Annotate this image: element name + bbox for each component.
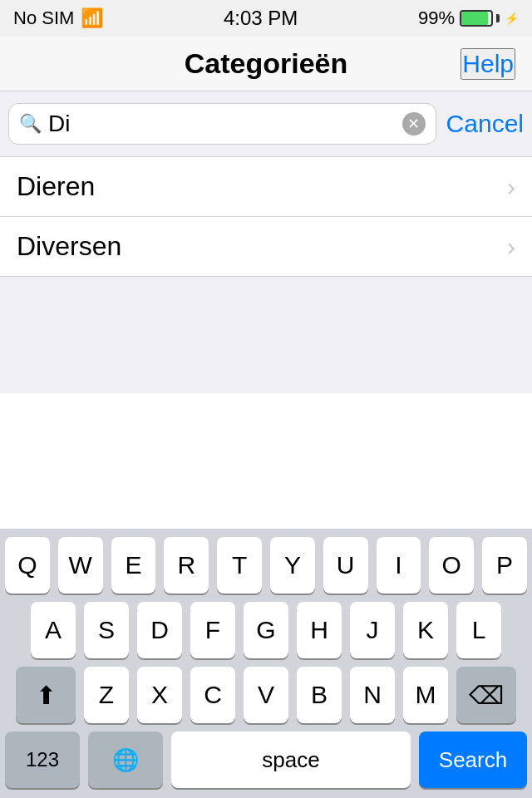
key-y[interactable]: Y: [270, 537, 315, 594]
list-item[interactable]: Dieren ›: [0, 157, 532, 217]
list-item[interactable]: Diversen ›: [0, 217, 532, 277]
space-key[interactable]: space: [171, 732, 411, 788]
key-w[interactable]: W: [58, 537, 103, 594]
delete-key[interactable]: ⌫: [456, 667, 516, 723]
key-j[interactable]: J: [350, 602, 395, 658]
key-p[interactable]: P: [482, 537, 527, 594]
clear-button[interactable]: ✕: [402, 112, 426, 135]
nav-bar: Categorieën Help: [0, 37, 532, 91]
battery-icon: [460, 10, 500, 27]
key-x[interactable]: X: [137, 667, 182, 723]
cancel-button[interactable]: Cancel: [446, 110, 524, 138]
key-n[interactable]: N: [350, 667, 395, 723]
results-list: Dieren › Diversen ›: [0, 157, 532, 277]
keyboard-row-3: ⬆ Z X C V B N M ⌫: [0, 658, 532, 723]
shift-key[interactable]: ⬆: [16, 667, 76, 723]
lightning-icon: ⚡: [505, 12, 519, 25]
list-item-label: Dieren: [17, 171, 95, 202]
keyboard-row-1: Q W E R T Y U I O P: [0, 529, 532, 594]
key-h[interactable]: H: [297, 602, 342, 658]
wifi-icon: 📶: [81, 7, 103, 29]
search-input[interactable]: [48, 111, 396, 137]
key-c[interactable]: C: [190, 667, 235, 723]
numbers-key[interactable]: 123: [5, 732, 80, 788]
key-l[interactable]: L: [456, 602, 501, 658]
key-r[interactable]: R: [164, 537, 209, 594]
search-input-wrapper: 🔍 ✕: [8, 103, 436, 145]
key-q[interactable]: Q: [5, 537, 50, 594]
search-bar-container: 🔍 ✕ Cancel: [0, 91, 532, 157]
key-e[interactable]: E: [111, 537, 156, 594]
carrier-text: No SIM: [13, 7, 74, 29]
key-z[interactable]: Z: [84, 667, 129, 723]
status-left: No SIM 📶: [13, 7, 103, 29]
status-right: 99% ⚡: [418, 7, 519, 29]
key-f[interactable]: F: [190, 602, 235, 658]
list-item-label: Diversen: [17, 231, 121, 262]
key-o[interactable]: O: [429, 537, 474, 594]
key-v[interactable]: V: [244, 667, 288, 723]
key-a[interactable]: A: [31, 602, 76, 658]
battery-percent: 99%: [418, 7, 455, 29]
key-u[interactable]: U: [323, 537, 368, 594]
key-i[interactable]: I: [377, 537, 421, 594]
key-b[interactable]: B: [297, 667, 342, 723]
key-s[interactable]: S: [84, 602, 129, 658]
keyboard-bottom-row: 123 🌐 space Search: [0, 723, 532, 798]
key-d[interactable]: D: [137, 602, 182, 658]
chevron-right-icon: ›: [507, 173, 515, 201]
keyboard: Q W E R T Y U I O P A S D F G H J K L ⬆ …: [0, 529, 532, 798]
key-t[interactable]: T: [217, 537, 262, 594]
search-key[interactable]: Search: [419, 732, 527, 788]
search-icon: 🔍: [19, 113, 42, 135]
keyboard-row-2: A S D F G H J K L: [0, 594, 532, 658]
status-bar: No SIM 📶 4:03 PM 99% ⚡: [0, 0, 532, 37]
status-time: 4:03 PM: [224, 7, 298, 30]
globe-key[interactable]: 🌐: [88, 732, 163, 788]
key-m[interactable]: M: [403, 667, 448, 723]
empty-area: [0, 277, 532, 393]
page-title: Categorieën: [185, 47, 348, 80]
chevron-right-icon: ›: [507, 233, 515, 261]
help-button[interactable]: Help: [461, 48, 515, 80]
key-g[interactable]: G: [244, 602, 288, 658]
key-k[interactable]: K: [403, 602, 448, 658]
